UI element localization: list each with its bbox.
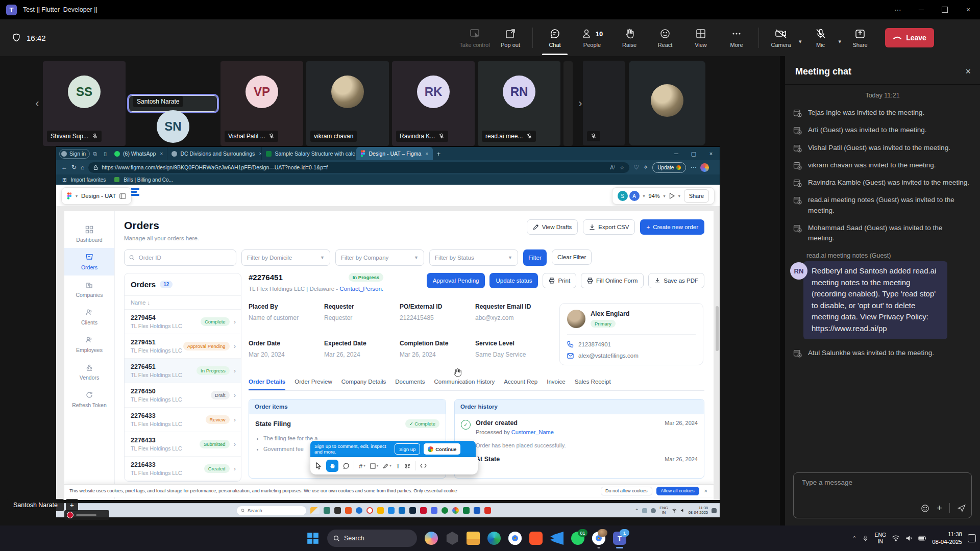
video-tile[interactable]: VP Vishal Patil ... <box>220 61 303 146</box>
shape-tool-icon[interactable]: ▾ <box>370 463 379 469</box>
order-id-search[interactable] <box>124 249 236 266</box>
filter-company-select[interactable]: Filter by Company▼ <box>335 249 424 266</box>
home-icon[interactable]: ⌂ <box>81 164 84 171</box>
filter-domicile-select[interactable]: Filter by Domicile▼ <box>241 249 330 266</box>
page-scrollbar[interactable] <box>716 306 719 351</box>
browser-close-icon[interactable]: × <box>702 151 720 157</box>
order-row[interactable]: 2276433TL Flex Holdings LLCReview› <box>125 408 241 432</box>
video-tile[interactable]: RN read.ai mee... <box>478 61 560 146</box>
browser-signin-button[interactable]: Sign in <box>59 149 90 159</box>
contact-email[interactable]: alex@vstatefilings.com <box>578 353 639 359</box>
video-tile[interactable]: SN Santosh Narate <box>129 95 217 112</box>
filter-status-select[interactable]: Filter by Status▼ <box>429 249 518 266</box>
volume-icon[interactable] <box>905 535 913 542</box>
chat-message-input[interactable] <box>801 478 964 487</box>
order-row[interactable]: 2279454TL Flex Holdings LLCComplete› <box>125 310 241 334</box>
chrome-icon[interactable] <box>508 532 522 545</box>
approval-pending-button[interactable]: Approval Pending <box>427 273 485 288</box>
tab-documents[interactable]: Documents <box>395 379 425 390</box>
lm-studio-icon[interactable] <box>446 532 459 545</box>
chevron-down-icon[interactable]: ▾ <box>678 194 680 198</box>
taskbar-search[interactable]: Search <box>327 530 417 547</box>
view-button[interactable]: View <box>683 19 719 56</box>
brave-icon[interactable] <box>529 532 543 545</box>
google-continue-button[interactable]: Continue <box>424 443 460 455</box>
browser-minimize-icon[interactable]: ─ <box>668 151 685 157</box>
browser-tab-active[interactable]: Design - UAT – Figma× <box>356 147 432 160</box>
raise-button[interactable]: Raise <box>611 19 647 56</box>
layout-columns-icon[interactable] <box>119 193 126 199</box>
mic-button[interactable]: Mic <box>803 19 839 56</box>
update-status-button[interactable]: Update status <box>489 273 538 288</box>
pop-out-button[interactable]: Pop out <box>493 19 528 56</box>
tab-sales-receipt[interactable]: Sales Receipt <box>575 379 611 390</box>
camera-button[interactable]: Camera <box>763 19 799 56</box>
figma-file-pill[interactable]: ▾ Design - UAT <box>61 187 132 205</box>
whatsapp-icon[interactable]: 81 <box>571 532 584 545</box>
teams-icon[interactable]: T 1 <box>613 532 626 545</box>
video-tile[interactable]: RK Ravindra K... <box>392 61 475 146</box>
tab-invoice[interactable]: Invoice <box>547 379 565 390</box>
battery-icon[interactable] <box>918 536 926 541</box>
vertical-tabs-icon[interactable]: ▯ <box>100 151 110 157</box>
react-button[interactable]: React <box>647 19 683 56</box>
contact-person-link[interactable]: Contact_Person. <box>339 286 383 292</box>
take-control-button[interactable]: Take control <box>457 19 493 56</box>
attach-plus-icon[interactable]: + <box>937 503 942 514</box>
signup-button[interactable]: Sign up <box>395 443 420 455</box>
tab-company-details[interactable]: Company Details <box>341 379 386 390</box>
order-id-input[interactable] <box>138 254 231 261</box>
view-drafts-button[interactable]: View Drafts <box>527 219 578 235</box>
bookmark-item[interactable]: Bills | Billing and Co... <box>124 177 173 183</box>
tray-mic-icon[interactable] <box>862 535 869 542</box>
chevron-down-icon[interactable]: ▾ <box>664 194 666 198</box>
clock[interactable]: 11:3808-04-2025 <box>932 531 962 546</box>
order-row-selected[interactable]: 2276451TL Flex Holdings LLCIn Progress› <box>125 359 241 383</box>
tab-account-rep[interactable]: Account Rep <box>504 379 537 390</box>
order-row[interactable]: 2279451TL Flex Holdings LLCApproval Pend… <box>125 334 241 359</box>
new-tab-icon[interactable]: + <box>437 150 441 158</box>
minimize-button[interactable]: ─ <box>910 0 933 19</box>
presenter-expand-button[interactable]: + <box>66 499 78 511</box>
refresh-icon[interactable]: ↻ <box>71 164 77 171</box>
chat-button[interactable]: Chat <box>537 19 573 56</box>
chat-compose-box[interactable]: + <box>793 472 972 518</box>
bookmark-item[interactable]: Import favorites <box>70 177 106 183</box>
text-tool-icon[interactable]: T <box>396 462 400 470</box>
browser-maximize-icon[interactable]: ▢ <box>685 151 702 157</box>
deny-cookies-button[interactable]: Do not allow cookies <box>601 487 652 495</box>
move-tool-icon[interactable] <box>315 462 322 469</box>
contact-phone[interactable]: 2123874901 <box>578 341 611 347</box>
browser-tab[interactable]: Sample Salary Structure with calc× <box>262 147 356 160</box>
tab-actions-icon[interactable]: ⧉ <box>90 151 100 157</box>
sidebar-item-clients[interactable]: Clients <box>64 303 114 331</box>
video-tile[interactable]: vikram chavan <box>306 61 389 146</box>
fill-online-form-button[interactable]: Fill Online Form <box>581 273 644 288</box>
video-tile[interactable]: SS Shivani Sup... <box>43 61 126 146</box>
emoji-icon[interactable] <box>921 504 929 513</box>
sidebar-item-companies[interactable]: Companies <box>64 276 114 303</box>
leave-button[interactable]: Leave <box>885 28 934 47</box>
column-header-name[interactable]: Name ↓ <box>125 295 241 310</box>
sidebar-item-vendors[interactable]: Vendors <box>64 358 114 386</box>
sidebar-item-refresh-token[interactable]: Refresh Token <box>64 386 114 413</box>
tab-order-preview[interactable]: Order Preview <box>295 379 332 390</box>
read-aloud-icon[interactable]: A⁾ <box>610 164 615 170</box>
allow-cookies-button[interactable]: Allow all cookies <box>656 487 699 495</box>
close-tab-icon[interactable]: × <box>160 151 163 157</box>
collaborator-avatar[interactable]: A <box>629 191 640 201</box>
comment-tool-icon[interactable] <box>343 463 349 469</box>
order-row[interactable]: 2216433TL Flex Holdings LLCCreated› <box>125 457 241 481</box>
actions-tool-icon[interactable] <box>405 463 410 469</box>
more-window-options-icon[interactable]: ⋯ <box>886 0 910 19</box>
wifi-icon[interactable] <box>892 535 900 541</box>
tray-chevron-icon[interactable]: ⌃ <box>852 535 856 542</box>
maximize-button[interactable] <box>933 0 957 19</box>
mic-options-chevron-icon[interactable]: ▾ <box>839 38 842 45</box>
hand-tool-icon[interactable] <box>326 460 338 472</box>
spotlight-video-tile[interactable] <box>629 61 705 145</box>
collaborator-avatar[interactable]: S <box>618 191 628 201</box>
filter-button[interactable]: Filter <box>523 249 547 266</box>
pen-tool-icon[interactable]: ▾ <box>383 463 391 469</box>
send-icon[interactable] <box>957 504 966 513</box>
